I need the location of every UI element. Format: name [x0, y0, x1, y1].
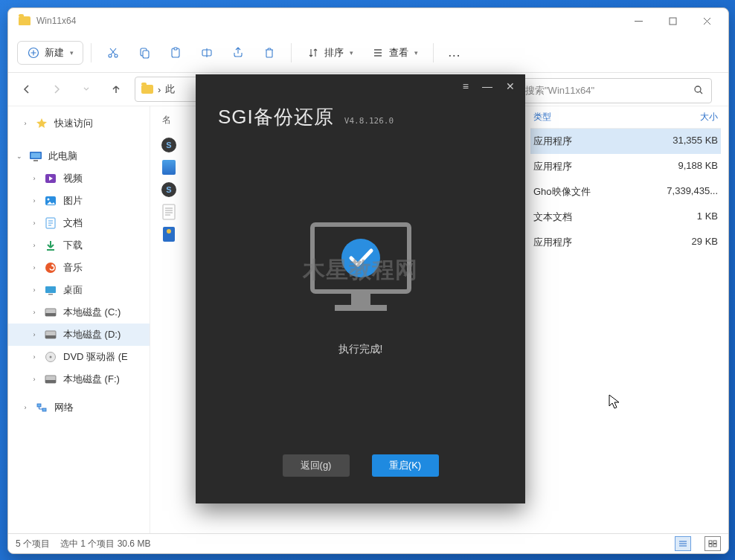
folder-icon [141, 85, 153, 94]
forward-button[interactable] [45, 78, 68, 100]
svg-rect-44 [45, 380, 56, 383]
svg-rect-1 [670, 18, 676, 25]
dialog-close-button[interactable]: ✕ [506, 80, 515, 92]
sidebar-item[interactable]: ›下载 [8, 234, 150, 257]
svg-rect-23 [31, 153, 41, 158]
sidebar-item[interactable]: ›桌面 [8, 279, 150, 301]
chevron-down-icon: ▾ [414, 49, 418, 57]
chevron-right-icon: › [31, 353, 38, 361]
sidebar-item[interactable]: ›本地磁盘 (D:) [8, 324, 150, 346]
svg-rect-35 [45, 286, 56, 293]
star-icon [35, 118, 48, 129]
brand-logo: SGI备份还原 [218, 104, 334, 130]
sort-button[interactable]: 排序▾ [299, 42, 361, 64]
table-row[interactable]: 应用程序9,188 KB [530, 154, 721, 179]
table-row[interactable]: 应用程序31,355 KB [530, 129, 721, 154]
close-button[interactable] [690, 9, 724, 33]
folder-icon [19, 16, 31, 25]
new-button[interactable]: 新建 ▾ [17, 41, 83, 65]
chevron-right-icon: › [31, 264, 38, 271]
dialog-titlebar: ≡ — ✕ [196, 74, 525, 98]
details-view-button[interactable] [675, 536, 691, 551]
chevron-right-icon: › [22, 404, 29, 411]
sidebar-item[interactable]: ›视频 [8, 167, 150, 190]
sidebar-network[interactable]: ›网络 [8, 396, 150, 419]
header-type[interactable]: 类型 [533, 111, 654, 123]
file-icon-app[interactable] [161, 159, 177, 176]
svg-rect-45 [37, 404, 41, 407]
chevron-right-icon: › [31, 309, 38, 316]
file-icon-text[interactable] [161, 204, 177, 220]
search-input[interactable]: 搜索"Win11x64" [517, 78, 712, 103]
chevron-right-icon: › [31, 242, 38, 249]
item-icon [44, 284, 57, 296]
monitor-graphic: 木星教程网 [298, 217, 424, 324]
trash-icon [263, 46, 276, 59]
file-icon-app[interactable]: S [161, 137, 177, 153]
sidebar-item[interactable]: ›音乐 [8, 257, 150, 279]
sort-icon [306, 46, 320, 59]
chevron-right-icon: › [31, 286, 38, 294]
svg-rect-12 [143, 51, 149, 58]
column-headers[interactable]: 类型 大小 [530, 106, 721, 129]
sidebar-item[interactable]: ›本地磁盘 (C:) [8, 301, 150, 324]
search-placeholder: 搜索"Win11x64" [525, 84, 594, 97]
thumbs-view-button[interactable] [704, 536, 721, 551]
svg-rect-46 [42, 408, 46, 411]
svg-rect-14 [174, 48, 177, 50]
dialog-menu-button[interactable]: ≡ [463, 80, 469, 92]
copy-icon [138, 46, 151, 59]
svg-rect-36 [48, 294, 53, 295]
plus-icon [27, 46, 40, 59]
pc-icon [29, 150, 42, 162]
search-icon [693, 85, 704, 97]
table-row[interactable]: 文本文档1 KB [530, 205, 721, 230]
svg-point-34 [51, 265, 54, 267]
minimize-button[interactable] [621, 9, 655, 33]
svg-point-42 [50, 356, 52, 358]
svg-rect-61 [335, 305, 387, 311]
chevron-right-icon: › [31, 331, 38, 338]
table-row[interactable]: Gho映像文件7,339,435... [530, 179, 721, 205]
delete-button[interactable] [255, 42, 283, 64]
svg-line-10 [110, 48, 115, 55]
file-icon-gho[interactable]: S [161, 181, 177, 198]
dialog-minimize-button[interactable]: — [482, 80, 492, 92]
table-row[interactable]: 应用程序29 KB [530, 230, 721, 255]
more-button[interactable]: ... [441, 43, 469, 63]
back-button[interactable]: 返回(g) [283, 454, 350, 477]
sidebar-quick-access[interactable]: ›快速访问 [8, 112, 150, 135]
chevron-right-icon: › [22, 120, 29, 127]
sidebar-this-pc[interactable]: ⌄此电脑 [8, 145, 150, 167]
back-button[interactable] [16, 78, 38, 100]
item-icon [44, 351, 57, 363]
paste-button[interactable] [161, 42, 190, 64]
copy-button[interactable] [130, 42, 158, 64]
restart-button[interactable]: 重启(K) [372, 454, 439, 477]
maximize-button[interactable] [655, 9, 690, 33]
share-icon [231, 46, 245, 59]
file-icon-app[interactable] [161, 226, 177, 242]
column-header-name[interactable]: 名 [161, 111, 171, 131]
dialog-brand: SGI备份还原 V4.8.126.0 [196, 98, 525, 133]
up-button[interactable] [105, 78, 127, 100]
cut-button[interactable] [99, 42, 127, 64]
sidebar-item[interactable]: ›DVD 驱动器 (E [8, 346, 150, 368]
sidebar-item[interactable]: ›文档 [8, 212, 150, 234]
svg-rect-40 [45, 335, 56, 338]
rename-button[interactable] [193, 42, 221, 64]
svg-rect-38 [45, 313, 56, 316]
view-button[interactable]: 查看▾ [364, 42, 426, 64]
sidebar-item[interactable]: ›图片 [8, 190, 150, 212]
header-size[interactable]: 大小 [654, 111, 718, 123]
breadcrumb-segment[interactable]: 此 [165, 83, 175, 96]
svg-rect-56 [713, 541, 716, 544]
share-button[interactable] [224, 42, 252, 64]
recent-dropdown[interactable] [75, 78, 97, 100]
sidebar: ›快速访问 ⌄此电脑 ›视频›图片›文档›下载›音乐›桌面›本地磁盘 (C:)›… [8, 106, 150, 533]
svg-rect-24 [33, 160, 38, 161]
sgi-dialog: ≡ — ✕ SGI备份还原 V4.8.126.0 木星教程网 执行完成! 返回 [196, 74, 525, 503]
rename-icon [200, 46, 214, 59]
toolbar: 新建 ▾ 排序▾ 查看▾ ... [8, 33, 728, 73]
sidebar-item[interactable]: ›本地磁盘 (F:) [8, 368, 150, 390]
